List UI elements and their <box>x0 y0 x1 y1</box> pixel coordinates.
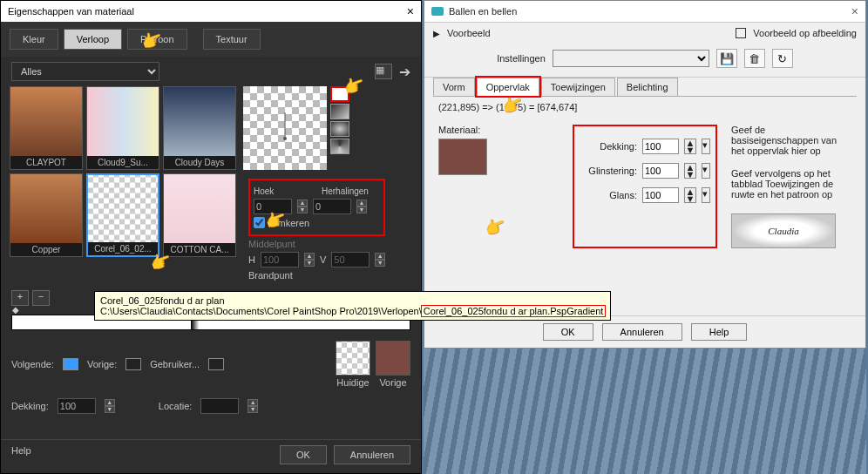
list-view-icon[interactable]: ▦ <box>375 64 392 79</box>
right-annuleren-button[interactable]: Annuleren <box>602 323 682 341</box>
tab-kleur[interactable]: Kleur <box>10 29 58 50</box>
style-rectangular-icon[interactable] <box>330 104 349 119</box>
remove-icon[interactable]: − <box>32 290 50 306</box>
h-input[interactable] <box>261 252 299 267</box>
dekking-left-spinner[interactable]: ▲▼ <box>105 399 115 413</box>
close-icon[interactable]: × <box>407 4 414 18</box>
dekking-label: Dekking: <box>580 141 637 152</box>
tab-belichting[interactable]: Belichting <box>617 78 678 96</box>
vorige-preview <box>376 341 410 376</box>
desc-line-2: Geef vervolgens op het tabblad Toewijzin… <box>731 168 851 200</box>
glinstering-input[interactable] <box>642 163 679 179</box>
style-radial-icon[interactable] <box>330 121 349 137</box>
style-sunburst-icon[interactable] <box>330 139 349 154</box>
glinstering-dropdown[interactable]: ▾ <box>702 163 710 179</box>
middelpunt-label: Middelpunt <box>248 239 295 249</box>
reset-icon[interactable]: ↻ <box>772 49 793 68</box>
huidige-label: Huidige <box>336 377 369 388</box>
svg-point-1 <box>283 137 287 140</box>
glans-label: Glans: <box>580 190 637 200</box>
surface-values-group: Dekking: ▲▼ ▾ Glinstering: ▲▼ ▾ Glans: ▲… <box>573 125 717 248</box>
tab-textuur[interactable]: Textuur <box>203 29 261 50</box>
tab-vorm[interactable]: Vorm <box>433 78 475 96</box>
v-spinner[interactable]: ▲▼ <box>375 253 385 267</box>
right-close-icon[interactable]: × <box>851 4 858 18</box>
right-tabs: Vorm Oppervlak Toewijzingen Belichting <box>433 78 857 97</box>
vorige-bottom-label: Vorige: <box>87 359 117 369</box>
glinstering-label: Glinstering: <box>580 166 637 176</box>
swatch-copper[interactable]: Copper <box>10 173 83 257</box>
dialog-titlebar: Eigenschappen van materiaal × <box>1 1 421 22</box>
v-input[interactable] <box>331 252 370 267</box>
h-spinner[interactable]: ▲▼ <box>304 253 315 267</box>
background-image <box>424 349 866 474</box>
tooltip-line1: Corel_06_025fondu d ar plan <box>100 295 605 306</box>
voorbeeld-op-checkbox[interactable] <box>736 28 746 38</box>
huidige-preview <box>336 341 370 376</box>
add-icon[interactable]: + <box>11 290 29 306</box>
right-help-button[interactable]: Help <box>691 323 748 341</box>
tab-oppervlak[interactable]: Oppervlak <box>477 78 539 96</box>
help-link[interactable]: Help <box>11 445 31 464</box>
voorbeeld-op-label: Voorbeeld op afbeelding <box>753 28 857 38</box>
materiaal-label: Materiaal: <box>438 125 559 135</box>
brandpunt-label: Brandpunt <box>248 270 293 281</box>
locatie-input[interactable] <box>200 398 239 414</box>
ok-button[interactable]: OK <box>280 445 327 464</box>
coordinates-readout: (221,895) => (1,675) = [674,674] <box>424 97 865 118</box>
swatch-cotton[interactable]: COTTON CA... <box>163 173 236 257</box>
dekking-left-label: Dekking: <box>11 401 49 411</box>
material-tabs: Kleur Verloop Patroon Textuur <box>1 22 421 57</box>
desc-line-1: Geef de basiseigenschappen van het opper… <box>731 125 851 156</box>
gradient-preview <box>243 86 327 170</box>
filter-select[interactable]: Alles <box>11 62 159 81</box>
volgende-color-chip[interactable] <box>63 358 78 370</box>
dekking-input[interactable] <box>642 139 679 154</box>
save-preset-icon[interactable]: 💾 <box>716 49 737 68</box>
annuleren-button[interactable]: Annuleren <box>334 445 410 464</box>
swatch-corel-06[interactable]: Corel_06_02... <box>86 173 159 257</box>
herhalingen-input[interactable] <box>313 199 351 214</box>
instellingen-select[interactable] <box>553 50 709 67</box>
arrow-right-icon[interactable]: ➔ <box>399 64 410 80</box>
hoek-label: Hoek <box>254 186 295 196</box>
tooltip-path: C:\Users\Claudia\Contacts\Documents\Core… <box>100 306 422 316</box>
voorbeeld-label: Voorbeeld <box>447 28 491 38</box>
herhalingen-spinner[interactable]: ▲▼ <box>356 200 367 213</box>
locatie-label: Locatie: <box>159 401 193 411</box>
volgende-label: Volgende: <box>11 359 54 369</box>
instellingen-label: Instellingen <box>497 53 546 64</box>
gradient-tooltip: Corel_06_025fondu d ar plan C:\Users\Cla… <box>94 291 611 321</box>
dekking-spinner[interactable]: ▲▼ <box>684 139 696 154</box>
tab-verloop[interactable]: Verloop <box>64 29 122 50</box>
gebruiken-label: Gebruiker... <box>150 359 200 369</box>
material-properties-dialog: Eigenschappen van materiaal × Kleur Verl… <box>0 0 422 474</box>
dekking-dropdown[interactable]: ▾ <box>702 139 710 154</box>
camera-icon <box>431 7 444 16</box>
right-dialog-title: Ballen en bellen <box>449 6 517 17</box>
swatch-cloud9[interactable]: Cloud9_Su... <box>86 86 159 170</box>
claudia-logo: Claudia <box>731 213 836 248</box>
gradient-swatch-grid: CLAYPOT Cloud9_Su... Cloudy Days Copper … <box>10 86 236 287</box>
tooltip-filename: Corel_06_025fondu d ar plan.PspGradient <box>422 306 606 316</box>
vorige-color-chip[interactable] <box>125 358 141 370</box>
vorige-chip-label: Vorige <box>379 377 406 388</box>
locatie-spinner[interactable]: ▲▼ <box>248 399 258 413</box>
v-label: V <box>320 254 326 265</box>
gebruiker-color-chip[interactable] <box>208 358 224 370</box>
hoek-spinner[interactable]: ▲▼ <box>297 200 308 213</box>
dekking-left-input[interactable] <box>58 398 96 414</box>
expand-icon[interactable]: ▶ <box>433 29 440 38</box>
h-label: H <box>248 254 255 265</box>
glans-dropdown[interactable]: ▾ <box>702 187 710 203</box>
glans-spinner[interactable]: ▲▼ <box>684 187 696 203</box>
right-ok-button[interactable]: OK <box>543 323 593 341</box>
swatch-claypot[interactable]: CLAYPOT <box>10 86 83 170</box>
delete-preset-icon[interactable]: 🗑 <box>744 49 765 68</box>
tab-toewijzingen[interactable]: Toewijzingen <box>541 78 615 96</box>
materiaal-swatch[interactable] <box>438 139 487 175</box>
glans-input[interactable] <box>642 187 679 203</box>
swatch-cloudy-days[interactable]: Cloudy Days <box>163 86 236 170</box>
dialog-title: Eigenschappen van materiaal <box>8 6 134 17</box>
glinstering-spinner[interactable]: ▲▼ <box>684 163 696 179</box>
